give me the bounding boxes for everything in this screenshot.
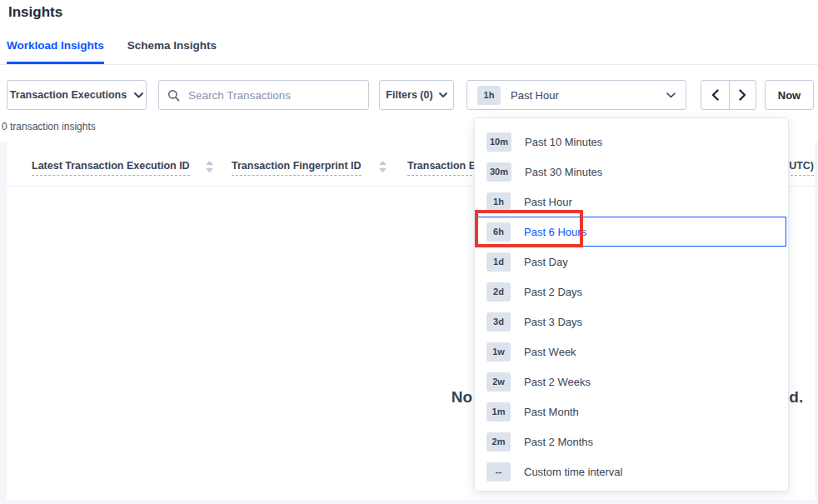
sort-icon[interactable]	[379, 161, 387, 172]
time-option-badge: 2d	[486, 282, 511, 302]
tab-workload-insights[interactable]: Workload Insights	[7, 39, 104, 64]
tab-divider	[0, 64, 818, 65]
time-option-past-week[interactable]: 1w Past Week	[476, 337, 786, 367]
time-option-badge: 30m	[486, 162, 511, 182]
time-pager	[701, 80, 756, 110]
time-option-badge: 2w	[486, 372, 511, 392]
search-input[interactable]	[187, 88, 360, 102]
time-option-label: Past Day	[524, 256, 568, 268]
time-interval-dropdown: 10m Past 10 Minutes 30m Past 30 Minutes …	[474, 117, 789, 492]
time-option-badge: 3d	[486, 312, 511, 332]
time-option-badge: 2m	[486, 432, 511, 452]
now-button[interactable]: Now	[765, 80, 814, 110]
time-option-past-hour[interactable]: 1h Past Hour	[476, 187, 786, 217]
time-option-badge: 1m	[486, 402, 511, 422]
time-option-past-3-days[interactable]: 3d Past 3 Days	[476, 307, 786, 337]
time-option-label: Past 2 Weeks	[524, 376, 591, 388]
time-option-label: Past 10 Minutes	[525, 136, 602, 148]
time-option-past-10-minutes[interactable]: 10m Past 10 Minutes	[476, 127, 786, 157]
chevron-right-icon	[739, 89, 746, 101]
time-option-label: Past Hour	[524, 196, 572, 208]
chevron-down-icon	[134, 92, 143, 98]
time-option-badge: 1w	[486, 342, 511, 362]
time-option-label: Past 6 Hours	[524, 226, 586, 238]
time-option-label: Past 3 Days	[524, 316, 582, 328]
time-option-past-30-minutes[interactable]: 30m Past 30 Minutes	[476, 157, 786, 187]
time-interval-select[interactable]: 1h Past Hour	[466, 80, 686, 110]
workload-type-select[interactable]: Transaction Executions	[7, 80, 147, 110]
next-interval-button[interactable]	[729, 81, 756, 109]
page-title: Insights	[8, 4, 62, 21]
time-option-label: Past 2 Days	[524, 286, 582, 298]
time-option-custom-interval[interactable]: -- Custom time interval	[476, 457, 786, 487]
time-option-badge: 10m	[486, 132, 511, 152]
filters-button-label: Filters (0)	[386, 89, 432, 101]
time-option-label: Past Week	[524, 346, 576, 358]
time-option-label: Past 30 Minutes	[525, 166, 602, 178]
chevron-down-icon	[439, 92, 447, 97]
insights-count: 0 transaction insights	[2, 121, 96, 132]
filters-button[interactable]: Filters (0)	[379, 80, 454, 110]
time-option-label: Past 2 Months	[524, 436, 593, 448]
time-interval-label: Past Hour	[511, 89, 559, 102]
time-option-past-day[interactable]: 1d Past Day	[476, 247, 786, 277]
chevron-down-icon	[666, 92, 676, 98]
time-option-past-6-hours[interactable]: 6h Past 6 Hours	[476, 217, 786, 247]
previous-interval-button[interactable]	[701, 81, 729, 109]
tab-bar: Workload Insights Schema Insights	[7, 39, 240, 64]
sort-icon[interactable]	[206, 161, 213, 172]
time-option-label: Custom time interval	[524, 466, 622, 478]
time-option-past-2-months[interactable]: 2m Past 2 Months	[476, 427, 786, 457]
time-option-past-month[interactable]: 1m Past Month	[476, 397, 786, 427]
time-option-past-2-weeks[interactable]: 2w Past 2 Weeks	[476, 367, 786, 397]
search-icon	[167, 89, 180, 102]
time-interval-badge: 1h	[477, 86, 501, 105]
column-header-transaction-fingerprint-id[interactable]: Transaction Fingerprint ID	[232, 160, 362, 176]
tab-schema-insights[interactable]: Schema Insights	[127, 39, 217, 64]
column-header-latest-transaction-execution-id[interactable]: Latest Transaction Execution ID	[32, 160, 190, 176]
time-option-badge: --	[486, 462, 511, 482]
time-option-badge: 1h	[486, 192, 511, 212]
workload-type-select-label: Transaction Executions	[10, 89, 127, 101]
chevron-left-icon	[711, 89, 719, 101]
now-button-label: Now	[778, 89, 801, 102]
time-option-badge: 1d	[486, 252, 511, 272]
time-option-badge: 6h	[486, 222, 511, 242]
time-option-past-2-days[interactable]: 2d Past 2 Days	[476, 277, 786, 307]
search-box[interactable]	[158, 80, 369, 110]
insights-page: Insights Workload Insights Schema Insigh…	[0, 0, 818, 504]
time-option-label: Past Month	[524, 406, 579, 418]
